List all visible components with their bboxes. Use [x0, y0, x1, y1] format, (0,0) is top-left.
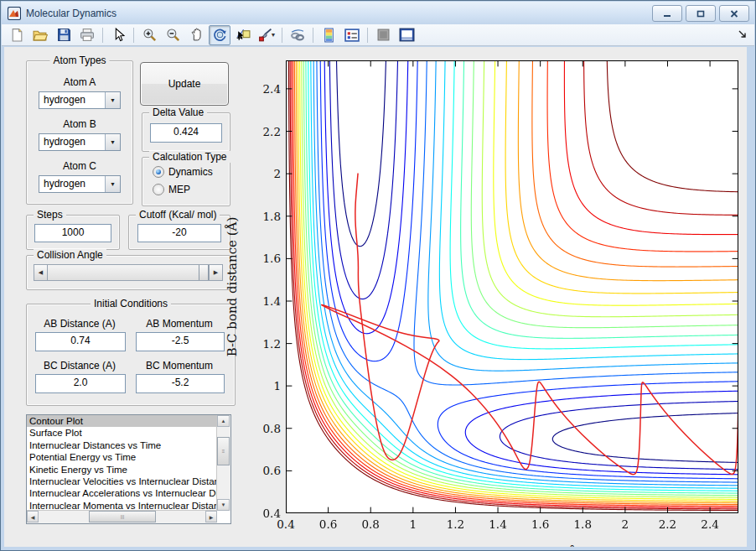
cutoff-field[interactable]: -20	[137, 224, 221, 242]
pan-hand-icon	[189, 28, 204, 42]
list-item[interactable]: Contour Plot	[27, 415, 217, 427]
application-window: Molecular Dynamics	[0, 0, 756, 551]
list-item[interactable]: Potential Energy vs Time	[27, 451, 217, 463]
x-tick-label: 1.6	[526, 517, 555, 531]
data-cursor-button[interactable]	[232, 25, 254, 45]
brush-button[interactable]: ▼	[256, 25, 277, 45]
list-item[interactable]: Kinetic Energy vs Time	[27, 464, 217, 476]
save-button[interactable]	[53, 25, 75, 45]
toolbar-separator	[102, 28, 103, 43]
x-tick-label: 2	[611, 517, 639, 531]
collision-angle-slider[interactable]: ◀ ▶	[34, 264, 223, 281]
y-tick-label: 0.4	[251, 507, 281, 520]
y-tick-label: 0.6	[251, 464, 281, 477]
slider-left-arrow[interactable]: ◀	[34, 265, 48, 280]
ab-momentum-label: AB Momentum	[136, 318, 223, 330]
rotate-3d-button[interactable]	[209, 25, 230, 45]
radio-button-icon	[153, 166, 164, 178]
plot-type-items: Contour PlotSurface PlotInternuclear Dis…	[27, 415, 217, 511]
zoom-in-icon	[142, 28, 157, 42]
cutoff-groupbox: Cutoff (Kcal/ mol) -20	[128, 215, 230, 250]
list-item[interactable]: Internuclear Accelerations vs Internucle…	[27, 487, 217, 499]
print-button[interactable]	[76, 25, 98, 45]
data-cursor-icon	[236, 28, 251, 42]
cutoff-title: Cutoff (Kcal/ mol)	[136, 209, 220, 221]
chevron-down-icon[interactable]: ▼	[105, 134, 120, 150]
x-tick-label: 1.4	[484, 517, 512, 531]
steps-groupbox: Steps 1000	[26, 215, 120, 250]
zoom-out-button[interactable]	[162, 25, 184, 45]
atom-a-dropdown[interactable]: hydrogen ▼	[39, 91, 121, 109]
radio-button-icon	[153, 184, 164, 195]
scroll-right-arrow[interactable]: ▶	[205, 511, 217, 522]
x-tick-label: 1	[399, 517, 427, 531]
collision-angle-title: Collision Angle	[34, 249, 106, 261]
toolbar-overflow-arrow[interactable]	[738, 29, 748, 39]
collision-angle-groupbox: Collision Angle ◀ ▶	[26, 255, 230, 290]
dock-figure-button[interactable]	[396, 25, 417, 45]
x-tick-label: 1.8	[568, 517, 597, 531]
radio-dynamics[interactable]: Dynamics	[153, 166, 213, 178]
scroll-down-arrow[interactable]: ▼	[217, 499, 230, 511]
calculation-type-groupbox: Calculation Type Dynamics MEP	[142, 157, 230, 206]
ab-distance-field[interactable]: 0.74	[35, 332, 126, 351]
delta-value-field[interactable]: 0.424	[150, 123, 222, 143]
horizontal-scroll-thumb[interactable]: |||	[89, 511, 156, 522]
brush-dropdown-caret[interactable]: ▼	[271, 32, 277, 38]
slider-right-arrow[interactable]: ▶	[209, 265, 222, 280]
radio-dynamics-label: Dynamics	[168, 166, 213, 178]
slider-thumb[interactable]	[199, 265, 209, 280]
printer-icon	[80, 28, 95, 42]
list-item[interactable]: Internuclear Velocities vs Internuclear …	[27, 476, 217, 487]
horizontal-scrollbar[interactable]: ◀ ||| ▶	[27, 510, 217, 523]
y-tick-label: 2	[251, 167, 281, 180]
plot-type-listbox[interactable]: Contour PlotSurface PlotInternuclear Dis…	[26, 414, 231, 524]
window-title: Molecular Dynamics	[26, 8, 117, 19]
y-axis-label: B-C bond distance (Å)	[225, 217, 240, 357]
minimize-button[interactable]	[652, 5, 682, 22]
link-icon	[290, 28, 305, 42]
atom-a-value: hydrogen	[39, 92, 105, 108]
x-tick-label: 0.6	[314, 517, 343, 531]
list-item[interactable]: Surface Plot	[27, 427, 217, 439]
hide-plot-tools-button[interactable]	[372, 25, 394, 45]
update-button-label: Update	[168, 78, 201, 90]
zoom-in-button[interactable]	[138, 25, 160, 45]
contour-plot-canvas[interactable]	[286, 60, 738, 513]
y-tick-label: 1.4	[251, 294, 281, 308]
list-item[interactable]: Internuclear Distances vs Time	[27, 439, 217, 451]
x-tick-label: 0.8	[356, 517, 385, 531]
edit-plot-button[interactable]	[107, 25, 129, 45]
chevron-down-icon[interactable]: ▼	[105, 176, 120, 192]
steps-field[interactable]: 1000	[34, 224, 111, 242]
figure-client-area: Atom Types Atom A hydrogen ▼ Atom B hydr…	[4, 47, 747, 547]
y-tick-label: 1.6	[251, 252, 281, 265]
scroll-left-arrow[interactable]: ◀	[27, 511, 39, 522]
bc-distance-field[interactable]: 2.0	[35, 374, 126, 393]
ab-momentum-field[interactable]: -2.5	[136, 332, 225, 351]
atom-b-dropdown[interactable]: hydrogen ▼	[39, 133, 121, 151]
link-plots-button[interactable]	[287, 25, 308, 45]
update-button[interactable]: Update	[140, 62, 229, 106]
maximize-button[interactable]	[686, 5, 716, 22]
chevron-down-icon[interactable]: ▼	[105, 92, 120, 108]
maximize-icon	[696, 10, 705, 18]
atom-c-dropdown[interactable]: hydrogen ▼	[39, 175, 121, 193]
bc-momentum-field[interactable]: -5.2	[136, 374, 225, 393]
scroll-up-arrow[interactable]: ▲	[217, 415, 230, 427]
open-file-button[interactable]	[29, 25, 51, 45]
bc-momentum-label: BC Momentum	[136, 360, 223, 372]
insert-legend-button[interactable]	[341, 25, 363, 45]
vertical-scrollbar[interactable]: ▲ ≡ ▼	[216, 415, 230, 511]
close-button[interactable]	[719, 5, 749, 22]
minimize-icon	[663, 10, 671, 18]
vertical-scroll-thumb[interactable]: ≡	[217, 437, 230, 465]
toolbar-separator	[282, 28, 282, 43]
pan-button[interactable]	[185, 25, 207, 45]
insert-colorbar-button[interactable]	[318, 25, 339, 45]
list-item[interactable]: Internuclear Momenta vs Internuclear Dis…	[27, 500, 217, 511]
atom-c-value: hydrogen	[39, 176, 105, 192]
delta-value-groupbox: Delta Value 0.424	[142, 112, 230, 152]
radio-mep[interactable]: MEP	[153, 184, 190, 195]
new-file-button[interactable]	[6, 25, 28, 45]
